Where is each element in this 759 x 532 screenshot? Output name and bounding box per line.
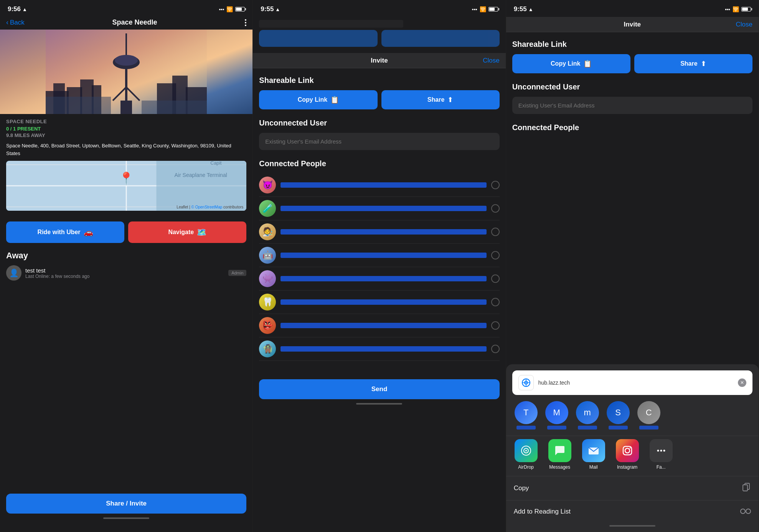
share-button-2[interactable]: Share ⬆ bbox=[381, 90, 500, 109]
close-button-2[interactable]: Close bbox=[483, 57, 499, 64]
status-bar-2: 9:55 ▲ ▪▪▪ 🛜 bbox=[253, 0, 505, 17]
copy-link-label-2: Copy Link bbox=[298, 96, 327, 103]
status-icons-1: ▪▪▪ 🛜 bbox=[219, 6, 245, 12]
contact-item[interactable]: C bbox=[635, 401, 663, 430]
unconnected-section-2: Unconnected User bbox=[259, 119, 499, 150]
svg-point-40 bbox=[663, 450, 665, 452]
svg-point-43 bbox=[741, 509, 745, 514]
app-item-instagram[interactable]: Instagram bbox=[614, 439, 641, 470]
reading-list-label: Add to Reading List bbox=[514, 508, 571, 515]
app-item-more[interactable]: Fa... bbox=[647, 439, 675, 470]
home-indicator bbox=[6, 514, 246, 523]
avatar-3: 🧑‍🎨 bbox=[259, 223, 276, 240]
svg-text:Air Seaplane Terminal: Air Seaplane Terminal bbox=[174, 172, 227, 178]
navigate-button[interactable]: Navigate 🗺️ bbox=[128, 221, 246, 243]
user-name: test test bbox=[25, 267, 224, 274]
shareable-link-title-2: Shareable Link bbox=[259, 76, 499, 85]
radio-circle[interactable] bbox=[491, 181, 500, 189]
map-container[interactable]: Air Seaplane Terminal Capit 📍 Leaflet | … bbox=[6, 161, 246, 211]
uber-button-label: Ride with Uber bbox=[38, 229, 81, 236]
map-label: Leaflet | © OpenStreetMap contributors bbox=[177, 205, 243, 209]
svg-rect-42 bbox=[743, 485, 747, 491]
radio-circle[interactable] bbox=[491, 274, 500, 283]
app-item-messages[interactable]: Messages bbox=[546, 439, 574, 470]
url-icon bbox=[518, 375, 534, 390]
reading-list-action-row[interactable]: Add to Reading List bbox=[506, 501, 759, 523]
list-item[interactable]: 🤖 bbox=[259, 244, 499, 267]
copy-link-button-3[interactable]: Copy Link 📋 bbox=[512, 54, 630, 73]
contact-item[interactable]: m bbox=[574, 401, 601, 430]
svg-point-11 bbox=[115, 55, 138, 66]
radio-circle[interactable] bbox=[491, 321, 500, 330]
connected-title-3: Connected People bbox=[512, 123, 752, 132]
close-button-3[interactable]: Close bbox=[736, 21, 752, 28]
panel-invite: 9:55 ▲ ▪▪▪ 🛜 Invite Close Shareable Link… bbox=[253, 0, 506, 532]
radio-circle[interactable] bbox=[491, 228, 500, 236]
link-buttons-3: Copy Link 📋 Share ⬆ bbox=[512, 54, 752, 73]
location-icon: ▲ bbox=[22, 7, 27, 12]
person-name-blur bbox=[280, 299, 486, 305]
person-name-blur bbox=[280, 229, 486, 235]
uber-button[interactable]: Ride with Uber 🚗 bbox=[6, 221, 124, 243]
app-item-airdrop[interactable]: AirDrop bbox=[512, 439, 540, 470]
list-item[interactable]: 🧪 bbox=[259, 197, 499, 220]
person-name-blur bbox=[280, 323, 486, 328]
home-indicator-2 bbox=[259, 399, 499, 408]
list-item[interactable]: 👺 bbox=[259, 314, 499, 337]
time-2: 9:55 ▲ bbox=[261, 5, 280, 13]
radio-circle[interactable] bbox=[491, 298, 500, 306]
list-item[interactable]: 👾 bbox=[259, 267, 499, 291]
contact-item[interactable]: S bbox=[604, 401, 632, 430]
panel-share-sheet: 9:55 ▲ ▪▪▪ 🛜 Invite Close Shareable Link… bbox=[506, 0, 759, 532]
away-title: Away bbox=[6, 251, 246, 261]
email-input-2[interactable] bbox=[259, 133, 499, 150]
modal-title-2: Invite bbox=[371, 57, 388, 64]
share-invite-bar: Share / Invite bbox=[0, 489, 252, 532]
send-button-2[interactable]: Send bbox=[259, 379, 499, 399]
contact-item[interactable]: T bbox=[512, 401, 540, 430]
list-item[interactable]: 🧌 bbox=[259, 337, 499, 361]
share-sheet: hub.lazz.tech ✕ T M m S C bbox=[506, 364, 759, 532]
uber-icon: 🚗 bbox=[84, 228, 93, 237]
email-input-3[interactable] bbox=[512, 97, 752, 114]
status-icons-3: ▪▪▪ 🛜 bbox=[725, 6, 751, 12]
radio-circle[interactable] bbox=[491, 204, 500, 213]
contact-name-blur bbox=[578, 426, 597, 430]
action-buttons: Ride with Uber 🚗 Navigate 🗺️ bbox=[0, 217, 252, 248]
link-buttons-2: Copy Link 📋 Share ⬆ bbox=[259, 90, 499, 109]
url-close-button[interactable]: ✕ bbox=[738, 378, 746, 387]
app-label-mail: Mail bbox=[589, 464, 598, 470]
user-status: Last Online: a few seconds ago bbox=[25, 274, 224, 279]
copy-action-row[interactable]: Copy bbox=[506, 476, 759, 500]
page-title: Space Needle bbox=[112, 18, 157, 26]
person-name-blur bbox=[280, 182, 486, 188]
share-button-3[interactable]: Share ⬆ bbox=[634, 54, 752, 73]
radio-circle[interactable] bbox=[491, 251, 500, 259]
contact-item[interactable]: M bbox=[543, 401, 571, 430]
list-item[interactable]: 😈 bbox=[259, 173, 499, 197]
person-name-blur bbox=[280, 253, 486, 258]
contact-avatar: C bbox=[637, 401, 660, 424]
contact-name-blur bbox=[516, 426, 536, 430]
contact-avatar: m bbox=[576, 401, 599, 424]
svg-point-39 bbox=[660, 450, 662, 452]
back-button[interactable]: ‹ Back bbox=[6, 18, 25, 26]
list-item[interactable]: 🦷 bbox=[259, 291, 499, 314]
battery-icon bbox=[235, 7, 245, 12]
avatar: 👤 bbox=[6, 265, 21, 281]
app-label-messages: Messages bbox=[549, 464, 570, 470]
more-button[interactable] bbox=[245, 19, 246, 26]
app-item-mail[interactable]: Mail bbox=[580, 439, 607, 470]
copy-link-button-2[interactable]: Copy Link 📋 bbox=[259, 90, 377, 109]
list-item[interactable]: 🧑‍🎨 bbox=[259, 220, 499, 244]
svg-point-38 bbox=[657, 450, 659, 452]
map-pin: 📍 bbox=[119, 171, 134, 186]
home-indicator-3 bbox=[506, 523, 759, 532]
radio-circle[interactable] bbox=[491, 345, 500, 353]
copy-link-label-3: Copy Link bbox=[551, 60, 580, 67]
connected-title-2: Connected People bbox=[259, 159, 499, 168]
share-icon-2: ⬆ bbox=[447, 96, 453, 104]
shareable-link-title-3: Shareable Link bbox=[512, 40, 752, 49]
avatar-5: 👾 bbox=[259, 270, 276, 287]
share-invite-button[interactable]: Share / Invite bbox=[6, 494, 246, 514]
